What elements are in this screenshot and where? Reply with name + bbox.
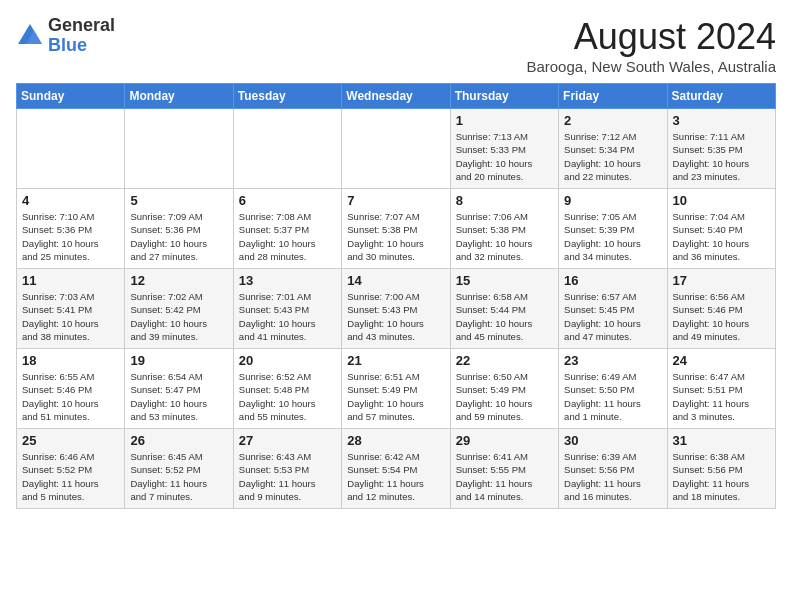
day-info: Sunrise: 6:46 AM Sunset: 5:52 PM Dayligh… — [22, 450, 119, 503]
calendar-week-row: 18Sunrise: 6:55 AM Sunset: 5:46 PM Dayli… — [17, 349, 776, 429]
table-row: 24Sunrise: 6:47 AM Sunset: 5:51 PM Dayli… — [667, 349, 775, 429]
table-row: 27Sunrise: 6:43 AM Sunset: 5:53 PM Dayli… — [233, 429, 341, 509]
col-saturday: Saturday — [667, 84, 775, 109]
calendar-week-row: 4Sunrise: 7:10 AM Sunset: 5:36 PM Daylig… — [17, 189, 776, 269]
calendar-header-row: Sunday Monday Tuesday Wednesday Thursday… — [17, 84, 776, 109]
table-row: 1Sunrise: 7:13 AM Sunset: 5:33 PM Daylig… — [450, 109, 558, 189]
day-number: 16 — [564, 273, 661, 288]
table-row — [17, 109, 125, 189]
day-info: Sunrise: 6:42 AM Sunset: 5:54 PM Dayligh… — [347, 450, 444, 503]
table-row: 22Sunrise: 6:50 AM Sunset: 5:49 PM Dayli… — [450, 349, 558, 429]
day-info: Sunrise: 7:09 AM Sunset: 5:36 PM Dayligh… — [130, 210, 227, 263]
table-row: 5Sunrise: 7:09 AM Sunset: 5:36 PM Daylig… — [125, 189, 233, 269]
table-row: 10Sunrise: 7:04 AM Sunset: 5:40 PM Dayli… — [667, 189, 775, 269]
col-wednesday: Wednesday — [342, 84, 450, 109]
day-number: 28 — [347, 433, 444, 448]
table-row: 6Sunrise: 7:08 AM Sunset: 5:37 PM Daylig… — [233, 189, 341, 269]
day-info: Sunrise: 7:12 AM Sunset: 5:34 PM Dayligh… — [564, 130, 661, 183]
table-row: 19Sunrise: 6:54 AM Sunset: 5:47 PM Dayli… — [125, 349, 233, 429]
day-info: Sunrise: 7:01 AM Sunset: 5:43 PM Dayligh… — [239, 290, 336, 343]
table-row: 14Sunrise: 7:00 AM Sunset: 5:43 PM Dayli… — [342, 269, 450, 349]
day-info: Sunrise: 6:45 AM Sunset: 5:52 PM Dayligh… — [130, 450, 227, 503]
day-number: 27 — [239, 433, 336, 448]
table-row: 25Sunrise: 6:46 AM Sunset: 5:52 PM Dayli… — [17, 429, 125, 509]
day-info: Sunrise: 7:07 AM Sunset: 5:38 PM Dayligh… — [347, 210, 444, 263]
table-row: 16Sunrise: 6:57 AM Sunset: 5:45 PM Dayli… — [559, 269, 667, 349]
page-header: General Blue August 2024 Barooga, New So… — [16, 16, 776, 75]
table-row — [233, 109, 341, 189]
day-info: Sunrise: 7:08 AM Sunset: 5:37 PM Dayligh… — [239, 210, 336, 263]
day-number: 12 — [130, 273, 227, 288]
day-info: Sunrise: 6:55 AM Sunset: 5:46 PM Dayligh… — [22, 370, 119, 423]
day-info: Sunrise: 6:50 AM Sunset: 5:49 PM Dayligh… — [456, 370, 553, 423]
location-subtitle: Barooga, New South Wales, Australia — [526, 58, 776, 75]
table-row: 15Sunrise: 6:58 AM Sunset: 5:44 PM Dayli… — [450, 269, 558, 349]
day-info: Sunrise: 6:38 AM Sunset: 5:56 PM Dayligh… — [673, 450, 770, 503]
table-row: 17Sunrise: 6:56 AM Sunset: 5:46 PM Dayli… — [667, 269, 775, 349]
col-tuesday: Tuesday — [233, 84, 341, 109]
table-row: 20Sunrise: 6:52 AM Sunset: 5:48 PM Dayli… — [233, 349, 341, 429]
day-number: 20 — [239, 353, 336, 368]
day-info: Sunrise: 7:04 AM Sunset: 5:40 PM Dayligh… — [673, 210, 770, 263]
day-number: 18 — [22, 353, 119, 368]
day-info: Sunrise: 6:51 AM Sunset: 5:49 PM Dayligh… — [347, 370, 444, 423]
table-row: 9Sunrise: 7:05 AM Sunset: 5:39 PM Daylig… — [559, 189, 667, 269]
day-number: 19 — [130, 353, 227, 368]
day-number: 8 — [456, 193, 553, 208]
day-number: 6 — [239, 193, 336, 208]
col-sunday: Sunday — [17, 84, 125, 109]
table-row: 7Sunrise: 7:07 AM Sunset: 5:38 PM Daylig… — [342, 189, 450, 269]
table-row: 13Sunrise: 7:01 AM Sunset: 5:43 PM Dayli… — [233, 269, 341, 349]
table-row: 3Sunrise: 7:11 AM Sunset: 5:35 PM Daylig… — [667, 109, 775, 189]
col-monday: Monday — [125, 84, 233, 109]
day-number: 4 — [22, 193, 119, 208]
day-info: Sunrise: 6:43 AM Sunset: 5:53 PM Dayligh… — [239, 450, 336, 503]
table-row: 2Sunrise: 7:12 AM Sunset: 5:34 PM Daylig… — [559, 109, 667, 189]
table-row: 8Sunrise: 7:06 AM Sunset: 5:38 PM Daylig… — [450, 189, 558, 269]
day-info: Sunrise: 7:10 AM Sunset: 5:36 PM Dayligh… — [22, 210, 119, 263]
day-info: Sunrise: 6:56 AM Sunset: 5:46 PM Dayligh… — [673, 290, 770, 343]
col-friday: Friday — [559, 84, 667, 109]
calendar-week-row: 25Sunrise: 6:46 AM Sunset: 5:52 PM Dayli… — [17, 429, 776, 509]
table-row: 4Sunrise: 7:10 AM Sunset: 5:36 PM Daylig… — [17, 189, 125, 269]
day-number: 17 — [673, 273, 770, 288]
table-row: 31Sunrise: 6:38 AM Sunset: 5:56 PM Dayli… — [667, 429, 775, 509]
day-info: Sunrise: 7:05 AM Sunset: 5:39 PM Dayligh… — [564, 210, 661, 263]
day-info: Sunrise: 7:02 AM Sunset: 5:42 PM Dayligh… — [130, 290, 227, 343]
table-row: 11Sunrise: 7:03 AM Sunset: 5:41 PM Dayli… — [17, 269, 125, 349]
day-number: 5 — [130, 193, 227, 208]
title-block: August 2024 Barooga, New South Wales, Au… — [526, 16, 776, 75]
day-number: 2 — [564, 113, 661, 128]
day-number: 3 — [673, 113, 770, 128]
day-number: 21 — [347, 353, 444, 368]
day-number: 25 — [22, 433, 119, 448]
logo-icon — [16, 22, 44, 50]
day-info: Sunrise: 6:39 AM Sunset: 5:56 PM Dayligh… — [564, 450, 661, 503]
logo: General Blue — [16, 16, 115, 56]
day-number: 24 — [673, 353, 770, 368]
table-row — [125, 109, 233, 189]
logo-blue-text: Blue — [48, 35, 87, 55]
calendar-week-row: 11Sunrise: 7:03 AM Sunset: 5:41 PM Dayli… — [17, 269, 776, 349]
day-number: 14 — [347, 273, 444, 288]
day-info: Sunrise: 7:11 AM Sunset: 5:35 PM Dayligh… — [673, 130, 770, 183]
day-number: 10 — [673, 193, 770, 208]
day-number: 30 — [564, 433, 661, 448]
day-number: 26 — [130, 433, 227, 448]
month-year-title: August 2024 — [526, 16, 776, 58]
day-info: Sunrise: 6:54 AM Sunset: 5:47 PM Dayligh… — [130, 370, 227, 423]
day-info: Sunrise: 7:06 AM Sunset: 5:38 PM Dayligh… — [456, 210, 553, 263]
table-row: 12Sunrise: 7:02 AM Sunset: 5:42 PM Dayli… — [125, 269, 233, 349]
day-number: 15 — [456, 273, 553, 288]
day-info: Sunrise: 6:49 AM Sunset: 5:50 PM Dayligh… — [564, 370, 661, 423]
day-info: Sunrise: 6:57 AM Sunset: 5:45 PM Dayligh… — [564, 290, 661, 343]
day-info: Sunrise: 7:00 AM Sunset: 5:43 PM Dayligh… — [347, 290, 444, 343]
day-info: Sunrise: 7:13 AM Sunset: 5:33 PM Dayligh… — [456, 130, 553, 183]
col-thursday: Thursday — [450, 84, 558, 109]
day-info: Sunrise: 7:03 AM Sunset: 5:41 PM Dayligh… — [22, 290, 119, 343]
calendar-week-row: 1Sunrise: 7:13 AM Sunset: 5:33 PM Daylig… — [17, 109, 776, 189]
day-number: 31 — [673, 433, 770, 448]
table-row: 28Sunrise: 6:42 AM Sunset: 5:54 PM Dayli… — [342, 429, 450, 509]
day-number: 13 — [239, 273, 336, 288]
day-info: Sunrise: 6:41 AM Sunset: 5:55 PM Dayligh… — [456, 450, 553, 503]
